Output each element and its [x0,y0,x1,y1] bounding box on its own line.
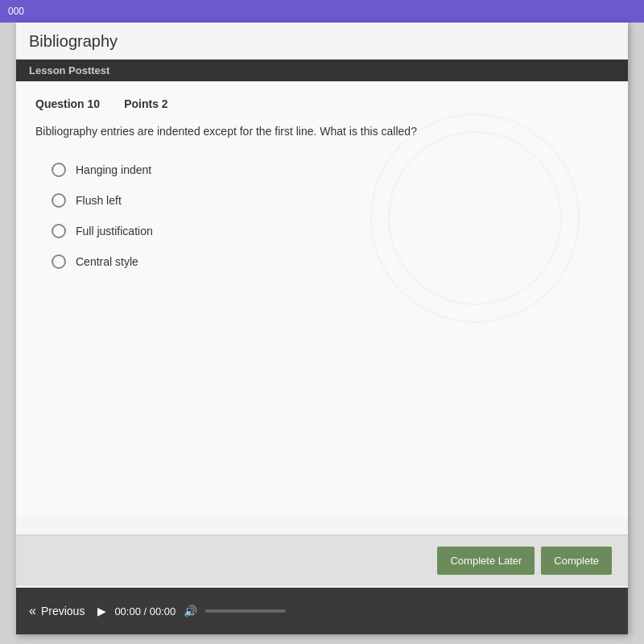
app-title: Bibliography [29,32,118,50]
previous-label: Previous [41,605,85,617]
watermark-decoration [370,114,580,323]
play-button[interactable]: ▶ [97,605,106,617]
complete-later-button[interactable]: Complete Later [437,547,535,575]
footer-bar: « Previous ▶ 00:00 / 00:00 🔊 [16,588,628,634]
complete-button[interactable]: Complete [541,547,612,575]
app-container: Bibliography Lesson Posttest Question 10… [16,23,628,634]
lesson-bar-label: Lesson Posttest [29,64,109,76]
previous-button[interactable]: « Previous [29,604,85,618]
bottom-bar: Complete Later Complete [16,535,628,586]
option-label-1: Hanging indent [76,163,151,176]
option-label-3: Full justification [76,225,153,237]
question-number: Question 10 [35,97,100,110]
radio-central-style[interactable] [52,254,66,269]
option-label-2: Flush left [76,194,122,207]
radio-flush-left[interactable] [52,193,66,208]
time-display: 00:00 / 00:00 [114,605,175,617]
browser-chrome: 000 [0,0,644,23]
question-area: Question 10 Points 2 Bibliography entrie… [16,81,628,516]
question-meta: Question 10 Points 2 [35,97,609,110]
app-header: Bibliography [16,23,628,60]
lesson-bar: Lesson Posttest [16,60,628,81]
previous-arrow-icon: « [29,604,36,618]
radio-full-justification[interactable] [52,224,66,238]
radio-hanging-indent[interactable] [52,163,66,177]
browser-title: 000 [8,6,24,17]
question-points: Points 2 [124,97,167,110]
footer-controls: ▶ 00:00 / 00:00 🔊 [97,605,286,617]
volume-icon[interactable]: 🔊 [184,605,197,617]
audio-progress-bar[interactable] [205,609,286,613]
option-label-4: Central style [76,255,138,268]
